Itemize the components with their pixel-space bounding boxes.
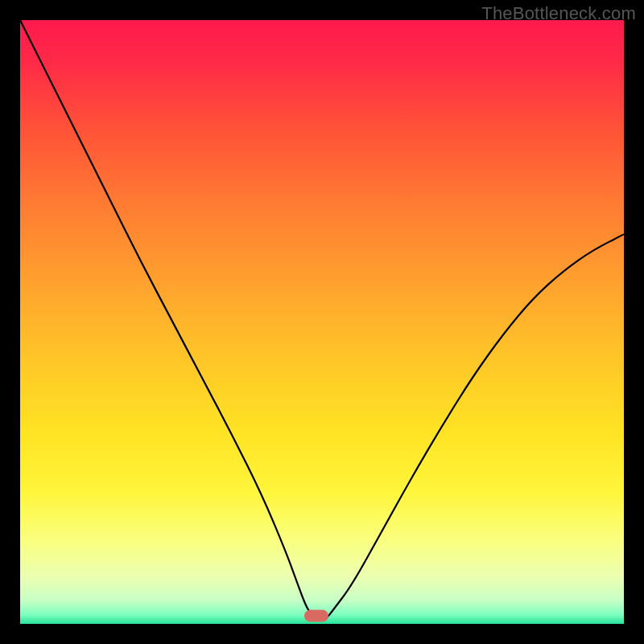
curve-layer — [20, 20, 624, 624]
minimum-marker — [304, 610, 328, 622]
watermark-text: TheBottleneck.com — [481, 3, 636, 24]
chart-frame: TheBottleneck.com — [0, 0, 644, 644]
plot-area — [20, 20, 624, 624]
bottleneck-curve — [20, 20, 624, 621]
